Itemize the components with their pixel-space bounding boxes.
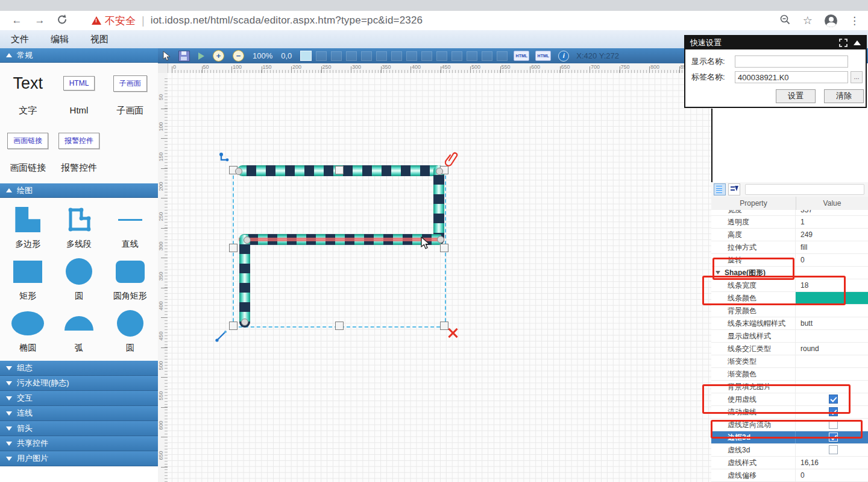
sidebar-section-5[interactable]: 共享控件 <box>0 436 158 451</box>
bookmark-star-icon[interactable]: ☆ <box>803 14 813 27</box>
property-value[interactable]: 16,16 <box>796 457 868 469</box>
display-name-input[interactable] <box>735 55 848 68</box>
draw-item-ellipse[interactable]: 椭圆 <box>2 308 54 360</box>
zoom-out-page-icon[interactable] <box>779 14 791 28</box>
checkbox-unchecked[interactable] <box>829 445 838 454</box>
pipe-segment-3[interactable] <box>239 235 250 328</box>
property-row-9[interactable]: 线条末端线帽样式butt <box>711 317 868 330</box>
tag-name-input[interactable] <box>735 71 848 83</box>
property-row-10[interactable]: 显示虚线样式 <box>711 330 868 343</box>
property-value[interactable]: fill <box>796 241 868 253</box>
property-row-3[interactable]: 拉伸方式fill <box>711 241 868 254</box>
property-value[interactable]: round <box>796 343 868 355</box>
zoom-out-icon[interactable]: − <box>233 50 244 62</box>
property-row-1[interactable]: 透明度1 <box>711 216 868 229</box>
resize-handle[interactable] <box>229 244 237 252</box>
property-value[interactable]: 1 <box>796 216 868 228</box>
property-value[interactable] <box>796 355 868 367</box>
property-value[interactable] <box>796 368 868 380</box>
sidebar-section-general[interactable]: 常规 <box>0 48 158 63</box>
property-value[interactable]: butt <box>796 317 868 329</box>
selection-box[interactable] <box>233 170 446 328</box>
run-preview-icon[interactable] <box>198 52 204 60</box>
sidebar-section-6[interactable]: 用户图片 <box>0 451 158 466</box>
set-button[interactable]: 设置 <box>776 89 816 103</box>
property-row-11[interactable]: 线条交汇类型round <box>711 343 868 355</box>
property-row-19[interactable]: 虚线3d <box>711 444 868 457</box>
security-warning-icon[interactable] <box>92 16 101 25</box>
draw-item-polyline[interactable]: 多线段 <box>54 204 105 256</box>
vertex-node[interactable] <box>436 168 443 175</box>
menu-item-2[interactable]: 视图 <box>80 34 119 45</box>
canvas-background-icon[interactable] <box>300 51 312 61</box>
property-value[interactable] <box>796 330 868 342</box>
dock-icon[interactable] <box>839 39 848 47</box>
profile-avatar[interactable] <box>825 14 837 27</box>
property-value[interactable]: 249 <box>796 229 868 241</box>
draw-item-circle[interactable]: 圆 <box>54 256 105 308</box>
vertex-node[interactable] <box>244 236 251 244</box>
property-value[interactable] <box>796 444 868 456</box>
html-source-icon[interactable]: HTML <box>535 51 551 61</box>
general-item-3[interactable]: 画面链接画面链接 <box>2 125 54 182</box>
edit-nodes-icon[interactable] <box>219 152 232 168</box>
property-value[interactable] <box>796 305 868 317</box>
resize-handle[interactable] <box>440 244 448 252</box>
sidebar-section-draw[interactable]: 绘图 <box>0 183 158 198</box>
general-item-1[interactable]: HTMLHtml <box>54 68 105 125</box>
property-filter-box[interactable] <box>745 184 864 195</box>
menu-item-0[interactable]: 文件 <box>0 34 40 45</box>
draw-item-line[interactable]: 直线 <box>104 204 156 256</box>
reload-icon[interactable] <box>57 14 68 27</box>
line-endpoint-icon[interactable] <box>214 328 230 346</box>
forward-icon[interactable]: → <box>34 14 46 27</box>
resize-handle[interactable] <box>335 322 344 330</box>
menu-item-1[interactable]: 编辑 <box>40 34 80 45</box>
vertex-node[interactable] <box>241 319 248 326</box>
vertex-node[interactable] <box>437 236 444 243</box>
address-bar-url[interactable]: iot.idosp.net/html/scada/editor.aspx.htm… <box>151 14 423 27</box>
zoom-in-icon[interactable]: + <box>213 50 224 62</box>
property-value[interactable]: 0 <box>796 469 868 481</box>
draw-item-rect[interactable]: 矩形 <box>2 256 54 308</box>
resize-handle[interactable] <box>335 166 344 174</box>
quick-settings-titlebar[interactable]: 快速设置 <box>685 36 866 49</box>
property-value[interactable]: 0 <box>796 254 868 266</box>
draw-item-polygon[interactable]: 多边形 <box>2 204 54 256</box>
property-row-2[interactable]: 高度249 <box>711 229 868 241</box>
info-icon[interactable]: i <box>558 51 569 62</box>
sidebar-section-3[interactable]: 连线 <box>0 406 158 421</box>
back-icon[interactable]: ← <box>11 14 23 27</box>
general-item-2[interactable]: 子画面子画面 <box>104 68 156 125</box>
browse-tag-button[interactable]: ... <box>851 71 863 83</box>
pipe-segment-2[interactable] <box>239 234 444 245</box>
property-row-20[interactable]: 虚线样式16,16 <box>711 457 868 469</box>
vertex-node[interactable] <box>235 168 242 175</box>
general-item-0[interactable]: Text文字 <box>2 68 54 125</box>
property-row-13[interactable]: 渐变颜色 <box>711 368 868 381</box>
draw-item-rounded-rect[interactable]: 圆角矩形 <box>104 256 156 308</box>
collapse-panel-icon[interactable] <box>854 40 861 45</box>
sidebar-section-1[interactable]: 污水处理(静态) <box>0 376 158 391</box>
categorize-icon[interactable] <box>714 183 726 195</box>
pointer-tool-icon[interactable] <box>163 50 171 62</box>
delete-shape-icon[interactable] <box>447 328 458 338</box>
property-value[interactable]: 357 <box>796 210 868 215</box>
property-row-12[interactable]: 渐变类型 <box>711 355 868 368</box>
save-icon[interactable] <box>178 51 190 62</box>
sort-alpha-icon[interactable] <box>728 183 740 195</box>
clear-button[interactable]: 清除 <box>824 89 864 103</box>
security-warning-label[interactable]: 不安全 <box>105 14 136 28</box>
property-row-8[interactable]: 背景颜色 <box>711 305 868 317</box>
browser-menu-icon[interactable]: ⋮ <box>849 14 860 27</box>
general-item-4[interactable]: 报警控件报警控件 <box>54 125 105 182</box>
sidebar-section-2[interactable]: 交互 <box>0 391 158 406</box>
sidebar-section-0[interactable]: 组态 <box>0 361 158 376</box>
html-view-icon[interactable]: HTML <box>514 51 529 61</box>
draw-item-circle[interactable]: 圆 <box>104 308 156 360</box>
draw-item-arc[interactable]: 弧 <box>54 308 105 360</box>
property-row-21[interactable]: 虚线偏移0 <box>711 469 868 482</box>
sidebar-section-4[interactable]: 箭头 <box>0 421 158 436</box>
attach-tag-icon[interactable] <box>445 151 458 169</box>
property-row-0[interactable]: 宽度357 <box>711 210 868 216</box>
